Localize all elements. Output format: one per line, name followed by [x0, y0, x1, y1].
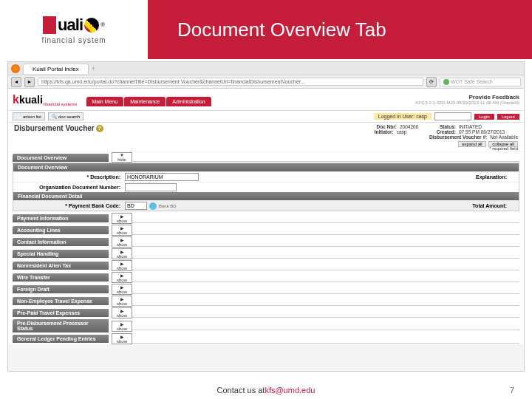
required-field-note: * required field — [489, 146, 518, 151]
show-button[interactable]: ▶ show — [112, 260, 132, 271]
show-button[interactable]: ▶ show — [112, 307, 132, 318]
slide-title: Document Overview Tab — [177, 18, 386, 41]
new-tab-button[interactable]: + — [92, 65, 95, 72]
show-button[interactable]: ▶ show — [112, 321, 132, 332]
login-button[interactable]: Login — [474, 114, 494, 120]
tab-gl-pending: General Ledger Pending Entries▶ show — [13, 333, 519, 344]
bank-name: Bank BD — [159, 204, 177, 208]
tab-gl-pending-header: General Ledger Pending Entries — [13, 335, 109, 343]
logged-in-user: Logged in User: casp — [374, 113, 432, 120]
doc-title-bar: Disbursement Voucher ? Doc Nbr: 2004260 … — [8, 123, 524, 141]
logo-subtitle: financial system — [41, 36, 106, 44]
section-financial-detail: Financial Document Detail — [13, 192, 519, 200]
browser-tab-strip: Kuali Portal Index + — [8, 62, 524, 75]
show-button[interactable]: ▶ show — [112, 225, 132, 236]
header-right: Provide Feedback KFS 5.0.1-SR1-M25 05/29… — [415, 94, 519, 105]
app-header: k kuali financial systems Main Menu Main… — [8, 89, 524, 111]
logo-k-icon — [43, 16, 56, 34]
expand-bar: expand all collapse all * required field — [8, 141, 524, 151]
forward-button[interactable]: ► — [24, 77, 35, 87]
tab-main-menu[interactable]: Main Menu — [86, 97, 124, 106]
tab-pdp-status: Pre-Disbursement Processor Status▶ show — [13, 319, 519, 332]
tab-prepaid-travel: Pre-Paid Travel Expenses▶ show — [13, 307, 519, 318]
total-amount-label: Total Amount: — [472, 203, 514, 208]
lookup-icon[interactable] — [149, 202, 157, 210]
page-number: 7 — [510, 386, 514, 395]
document-overview-body: Document Overview * Description: Explana… — [13, 163, 519, 211]
row-description: * Description: Explanation: — [13, 171, 519, 182]
app-logo: k kuali — [13, 93, 43, 106]
status-label: Status: — [440, 124, 456, 129]
firefox-icon — [11, 64, 20, 73]
maryland-shield-icon — [84, 18, 99, 33]
show-button[interactable]: ▶ show — [112, 272, 132, 283]
doc-nbr-value: 2004260 — [400, 124, 437, 129]
impersonate-input[interactable] — [434, 112, 471, 120]
address-bar: ◄ ► https://kfs.qa.umd.edu/portal.do?cha… — [8, 75, 524, 89]
registered-mark: ® — [100, 21, 105, 28]
show-button[interactable]: ▶ show — [112, 333, 132, 344]
provide-feedback-link[interactable]: Provide Feedback — [415, 94, 519, 100]
logo-text: uali — [58, 16, 83, 35]
help-icon[interactable]: ? — [96, 125, 103, 132]
app-logo-text: kuali — [19, 94, 43, 106]
show-button[interactable]: ▶ show — [112, 236, 132, 248]
doc-search-button[interactable]: 🔍 doc search — [48, 112, 83, 120]
tab-administration[interactable]: Administration — [166, 97, 211, 106]
reload-button[interactable]: ⟳ — [426, 77, 437, 87]
bank-code-input[interactable] — [125, 202, 147, 210]
show-button[interactable]: ▶ show — [112, 213, 132, 224]
explanation-label: Explanation: — [476, 174, 514, 180]
browser-search-input[interactable]: WOT Safe Search — [440, 78, 521, 86]
browser-tab[interactable]: Kuali Portal Index — [23, 64, 89, 74]
initiator-label: Initiator: — [375, 129, 394, 134]
tab-non-employee-travel-header: Non-Employee Travel Expense — [13, 297, 109, 305]
show-button[interactable]: ▶ show — [112, 248, 132, 259]
doc-search-label: doc search — [58, 115, 80, 119]
tab-payment-information-header: Payment Information — [13, 214, 109, 222]
logout-button[interactable]: Logout — [497, 114, 519, 120]
app-nav-tabs: Main Menu Maintenance Administration — [86, 97, 211, 106]
hide-button[interactable]: ▼ hide — [112, 152, 132, 163]
utility-bar: 📄 action list 🔍 doc search Logged in Use… — [8, 111, 524, 123]
app-logo-k-icon: k — [13, 93, 19, 106]
tab-foreign-draft-header: Foreign Draft — [13, 285, 109, 293]
show-button[interactable]: ▶ show — [112, 296, 132, 307]
tab-document-overview-header: Document Overview — [13, 154, 109, 162]
show-button[interactable]: ▶ show — [112, 284, 132, 295]
tab-pdp-status-header: Pre-Disbursement Processor Status — [13, 319, 109, 332]
created-label: Created: — [437, 129, 456, 134]
tab-payment-information: Payment Information▶ show — [13, 213, 519, 224]
slide-header: uali ® financial system Document Overvie… — [0, 0, 532, 59]
tab-contact-information-header: Contact Information — [13, 238, 109, 246]
created-value: 07:55 PM 06/27/2013 — [459, 129, 518, 134]
wot-icon — [443, 79, 449, 85]
tab-foreign-draft: Foreign Draft▶ show — [13, 284, 519, 295]
row-bank-code: * Payment Bank Code: Bank BD Total Amoun… — [13, 200, 519, 211]
description-input[interactable] — [125, 173, 199, 181]
tab-non-employee-travel: Non-Employee Travel Expense▶ show — [13, 296, 519, 307]
tab-maintenance[interactable]: Maintenance — [124, 97, 166, 106]
bank-code-label: * Payment Bank Code: — [18, 203, 125, 208]
kuali-logo: uali ® — [43, 16, 105, 35]
dv-value: Not Available — [490, 134, 518, 140]
tab-special-handling-header: Special Handling — [13, 250, 109, 258]
status-value: INITIATED — [459, 124, 518, 129]
tab-prepaid-travel-header: Pre-Paid Travel Expenses — [13, 309, 109, 317]
tab-nra-tax-header: Nonresident Alien Tax — [13, 262, 109, 270]
app-screenshot: Kuali Portal Index + ◄ ► https://kfs.qa.… — [7, 61, 525, 372]
back-button[interactable]: ◄ — [11, 77, 21, 87]
action-list-button[interactable]: 📄 action list — [13, 112, 45, 120]
footer-email-link[interactable]: kfs@umd.edu — [265, 386, 315, 395]
tab-document-overview: Document Overview ▼ hide — [13, 152, 519, 163]
url-input[interactable]: https://kfs.qa.umd.edu/portal.do?channel… — [38, 78, 423, 86]
row-org-doc-number: Organization Document Number: — [13, 182, 519, 192]
tabs-area: Document Overview ▼ hide Document Overvi… — [8, 152, 524, 344]
initiator-value: casp — [397, 129, 434, 134]
org-doc-number-input[interactable] — [125, 183, 177, 191]
tab-accounting-lines-header: Accounting Lines — [13, 226, 109, 234]
version-text: KFS 5.0.1-SR1-M25 05/29/2013 11:49 AM (O… — [415, 100, 519, 105]
description-label: * Description: — [18, 174, 125, 180]
tab-wire-transfer-header: Wire Transfer — [13, 273, 109, 282]
expand-all-button[interactable]: expand all — [458, 141, 485, 147]
